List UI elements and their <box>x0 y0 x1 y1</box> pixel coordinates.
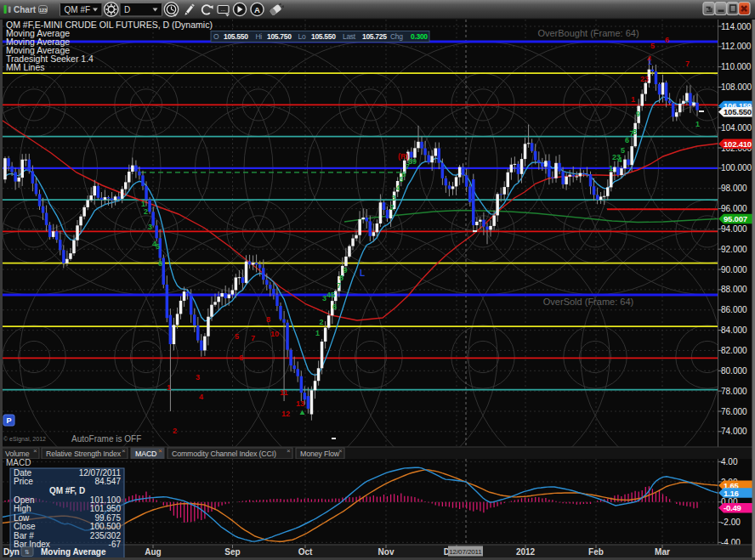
svg-text:© eSignal, 2012: © eSignal, 2012 <box>3 436 46 443</box>
svg-text:6: 6 <box>665 36 669 44</box>
svg-text:Aug: Aug <box>145 547 161 557</box>
svg-text:4: 4 <box>199 393 203 401</box>
svg-text:Last: Last <box>343 32 356 41</box>
svg-text:105.725: 105.725 <box>362 32 387 41</box>
svg-text:MACD: MACD <box>135 450 156 458</box>
svg-text:23: 23 <box>640 75 649 83</box>
svg-text:High: High <box>14 504 31 513</box>
svg-text:104.000: 104.000 <box>721 123 752 133</box>
svg-text:86.000: 86.000 <box>721 305 747 314</box>
svg-text:9: 9 <box>343 266 348 274</box>
svg-text:4: 4 <box>396 184 400 192</box>
svg-text:102.410: 102.410 <box>724 139 752 149</box>
svg-text:5: 5 <box>650 42 655 50</box>
svg-text:Low: Low <box>14 513 30 523</box>
svg-text:92.000: 92.000 <box>721 245 747 254</box>
svg-text:89: 89 <box>408 157 417 166</box>
svg-text:AutoFrame is OFF: AutoFrame is OFF <box>71 434 141 444</box>
svg-text:105.550: 105.550 <box>224 32 248 41</box>
svg-text:5: 5 <box>235 332 239 341</box>
svg-text:90.000: 90.000 <box>721 265 747 274</box>
svg-text:7: 7 <box>685 59 690 68</box>
svg-text:12: 12 <box>281 410 290 418</box>
svg-text:105.750: 105.750 <box>267 32 292 41</box>
svg-text:1: 1 <box>648 58 652 66</box>
svg-text:8: 8 <box>633 127 637 136</box>
svg-text:Nov: Nov <box>378 547 395 557</box>
svg-text:D: D <box>124 5 130 14</box>
svg-text:0.300: 0.300 <box>411 32 428 41</box>
svg-text:Bar #: Bar # <box>14 531 34 540</box>
svg-text:3: 3 <box>148 223 152 231</box>
svg-text:105.550: 105.550 <box>311 32 336 41</box>
svg-text:Dyn: Dyn <box>3 547 20 557</box>
svg-text:4.00: 4.00 <box>721 457 738 467</box>
svg-text:(R): (R) <box>398 152 409 161</box>
svg-text:QM #F: QM #F <box>65 5 91 14</box>
svg-text:7: 7 <box>251 334 255 342</box>
svg-text:45: 45 <box>326 291 335 299</box>
svg-text:94.000: 94.000 <box>721 224 747 234</box>
svg-text:-2.00: -2.00 <box>721 518 741 527</box>
svg-text:Volume: Volume <box>5 450 30 458</box>
svg-text:10: 10 <box>270 330 279 338</box>
svg-text:Relative Strength Index: Relative Strength Index <box>46 450 122 458</box>
svg-text:Oct: Oct <box>298 547 313 557</box>
svg-text:74.000: 74.000 <box>721 427 747 436</box>
svg-text:82.000: 82.000 <box>721 346 747 355</box>
svg-text:84.547: 84.547 <box>94 477 121 486</box>
svg-text:6: 6 <box>239 354 243 362</box>
svg-text:96.000: 96.000 <box>721 204 747 213</box>
svg-text:1: 1 <box>631 95 635 104</box>
svg-text:O: O <box>213 32 219 41</box>
svg-text:⇅: ⇅ <box>25 549 30 555</box>
svg-text:88.000: 88.000 <box>721 285 747 294</box>
svg-text:×: × <box>338 447 343 455</box>
svg-text:1: 1 <box>695 120 700 128</box>
svg-text:×: × <box>287 447 291 455</box>
svg-text:98.000: 98.000 <box>721 184 747 193</box>
svg-text:84.000: 84.000 <box>721 325 747 335</box>
svg-text:Commodity Channel Index (CCI): Commodity Channel Index (CCI) <box>172 450 276 458</box>
svg-text:Open: Open <box>14 495 34 505</box>
svg-text:6: 6 <box>158 259 162 268</box>
svg-text:2012: 2012 <box>516 547 536 557</box>
svg-text:2: 2 <box>390 203 395 212</box>
svg-text:2: 2 <box>173 427 177 435</box>
svg-text:78.000: 78.000 <box>721 387 747 396</box>
svg-text:5: 5 <box>156 242 160 251</box>
svg-text:-0.49: -0.49 <box>724 503 741 512</box>
svg-text:105.550: 105.550 <box>724 107 752 116</box>
svg-text:95.007: 95.007 <box>724 214 747 223</box>
svg-text:×: × <box>122 447 126 455</box>
svg-text:7: 7 <box>337 281 341 290</box>
svg-text:MACD: MACD <box>6 458 31 467</box>
svg-text:QM #F, D: QM #F, D <box>49 486 85 495</box>
svg-text:6: 6 <box>332 303 337 311</box>
svg-text:9: 9 <box>636 110 640 118</box>
svg-text:×: × <box>158 447 162 455</box>
svg-text:Chart: Chart <box>14 5 37 14</box>
svg-text:76.000: 76.000 <box>721 407 747 416</box>
svg-text:1.16: 1.16 <box>724 489 739 498</box>
svg-text:99.675: 99.675 <box>94 513 121 523</box>
svg-text:108.000: 108.000 <box>721 82 752 92</box>
svg-text:Money Flow: Money Flow <box>300 450 340 458</box>
svg-text:5: 5 <box>621 146 625 155</box>
svg-text:101.100: 101.100 <box>90 495 122 505</box>
svg-text:12/07/2011: 12/07/2011 <box>79 468 122 478</box>
svg-text:1: 1 <box>315 329 320 337</box>
svg-text:235/302: 235/302 <box>90 531 122 540</box>
svg-text:123: 123 <box>39 8 47 13</box>
svg-text:Moving Average: Moving Average <box>41 547 106 557</box>
svg-text:1: 1 <box>609 164 613 173</box>
svg-text:1: 1 <box>167 383 171 392</box>
svg-text:A: A <box>254 5 260 14</box>
svg-text:Chg: Chg <box>390 32 403 41</box>
svg-text:114.000: 114.000 <box>721 22 752 31</box>
svg-text:100.000: 100.000 <box>721 163 752 173</box>
svg-text:6: 6 <box>625 136 629 144</box>
svg-text:P: P <box>6 416 11 425</box>
svg-text:⋯: ⋯ <box>221 8 226 13</box>
svg-text:11: 11 <box>280 388 288 397</box>
